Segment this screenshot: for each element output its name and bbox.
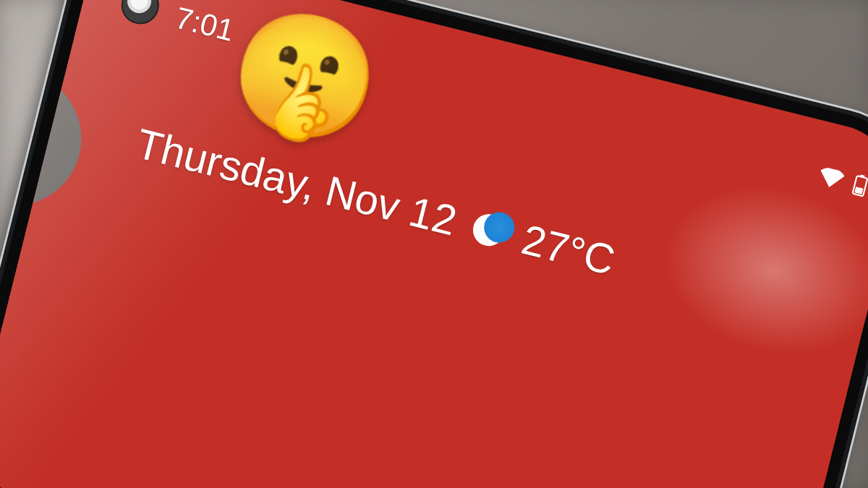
status-right-icons xyxy=(817,165,868,198)
status-clock: 7:01 xyxy=(171,1,237,48)
shushing-face-emoji-overlay: 🤫 xyxy=(218,1,392,153)
photo-scene: 7:01 xyxy=(0,0,868,488)
battery-icon xyxy=(851,174,868,198)
wifi-icon xyxy=(817,166,846,190)
svg-rect-2 xyxy=(854,187,863,194)
moon-weather-icon xyxy=(468,209,510,251)
